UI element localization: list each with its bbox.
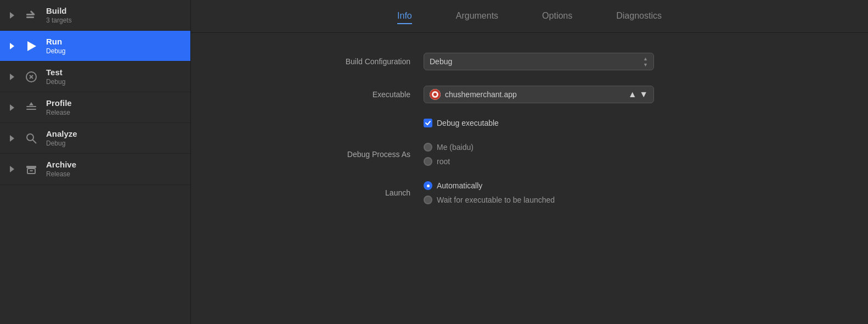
radio-auto-label: Automatically [437, 181, 482, 190]
sidebar-item-test[interactable]: Test Debug [0, 62, 190, 92]
build-name: Build [46, 5, 72, 16]
analyze-icon [23, 130, 40, 147]
svg-marker-8 [10, 104, 14, 111]
launch-row: Launch Automatically Wait for executable… [290, 181, 835, 204]
launch-option-auto[interactable]: Automatically [424, 181, 555, 190]
launch-option-wait[interactable]: Wait for executable to be launched [424, 195, 555, 204]
build-config-row: Build Configuration Debug ▲ ▼ [290, 53, 835, 70]
archive-sub: Release [46, 170, 76, 179]
debug-process-row: Debug Process As Me (baidu) root [290, 143, 835, 166]
debug-exec-checkbox-row: Debug executable [424, 119, 499, 127]
analyze-sub: Debug [46, 139, 77, 148]
tab-arguments[interactable]: Arguments [456, 9, 498, 24]
run-arrow-icon [8, 42, 16, 51]
svg-marker-15 [10, 166, 14, 172]
debug-process-option-me[interactable]: Me (baidu) [424, 143, 474, 152]
svg-line-14 [33, 139, 37, 143]
build-sub: 3 targets [46, 16, 72, 25]
build-config-dropdown[interactable]: Debug ▲ ▼ [424, 53, 654, 70]
radio-me-icon[interactable] [424, 143, 432, 152]
svg-rect-2 [26, 16, 34, 18]
svg-rect-18 [30, 170, 33, 171]
test-arrow-icon [8, 72, 16, 81]
launch-label: Launch [290, 188, 410, 197]
analyze-name: Analyze [46, 129, 77, 139]
profile-text-group: Profile Release [46, 98, 72, 117]
radio-auto-icon[interactable] [424, 181, 432, 190]
svg-marker-4 [10, 43, 14, 49]
build-config-value: Debug [430, 57, 452, 66]
executable-name: chushemerchant.app [445, 90, 624, 99]
tabs-bar: Info Arguments Options Diagnostics [191, 0, 868, 33]
build-text-group: Build 3 targets [46, 5, 72, 25]
svg-marker-0 [10, 12, 14, 19]
profile-sub: Release [46, 109, 72, 118]
profile-name: Profile [46, 98, 72, 109]
archive-icon [23, 161, 40, 177]
radio-root-label: root [437, 157, 450, 166]
tab-diagnostics[interactable]: Diagnostics [616, 9, 662, 24]
debug-exec-checkbox[interactable] [424, 119, 432, 127]
radio-wait-label: Wait for executable to be launched [437, 195, 555, 204]
radio-wait-icon[interactable] [424, 195, 432, 204]
archive-arrow-icon [8, 165, 16, 174]
dropdown-arrows-icon: ▲ ▼ [643, 56, 648, 68]
content-area: Build Configuration Debug ▲ ▼ Executable [191, 33, 868, 324]
launch-radio-group: Automatically Wait for executable to be … [424, 181, 555, 204]
archive-name: Archive [46, 159, 76, 170]
build-config-label: Build Configuration [290, 57, 410, 66]
svg-marker-11 [29, 102, 33, 105]
tab-info[interactable]: Info [397, 9, 412, 24]
tab-options[interactable]: Options [542, 9, 572, 24]
sidebar-item-build[interactable]: Build 3 targets [0, 0, 190, 31]
build-arrow-icon [8, 11, 16, 20]
svg-rect-16 [26, 166, 36, 168]
svg-marker-5 [27, 41, 36, 51]
svg-point-21 [433, 93, 437, 96]
run-icon [23, 38, 40, 54]
sidebar-item-run[interactable]: Run Debug [0, 31, 190, 62]
svg-rect-10 [26, 109, 36, 110]
archive-text-group: Archive Release [46, 159, 76, 178]
debug-process-radio-group: Me (baidu) root [424, 143, 474, 166]
run-name: Run [46, 36, 65, 47]
test-text-group: Test Debug [46, 67, 65, 86]
sidebar-item-archive[interactable]: Archive Release [0, 154, 190, 185]
debug-exec-row: Debug executable [290, 119, 835, 127]
run-sub: Debug [46, 47, 65, 56]
build-icon [23, 7, 40, 24]
executable-row: Executable chushemerchant.app ▲ ▼ [290, 86, 835, 103]
debug-process-option-root[interactable]: root [424, 157, 474, 166]
debug-exec-label: Debug executable [437, 119, 499, 127]
exec-dropdown-arrows-icon: ▲ ▼ [628, 90, 648, 99]
executable-label: Executable [290, 90, 410, 99]
analyze-text-group: Analyze Debug [46, 129, 77, 148]
svg-point-13 [27, 134, 33, 141]
app-icon [430, 89, 441, 100]
main-panel: Info Arguments Options Diagnostics Build… [191, 0, 868, 324]
executable-dropdown[interactable]: chushemerchant.app ▲ ▼ [424, 86, 654, 103]
svg-marker-6 [10, 74, 14, 80]
test-name: Test [46, 67, 65, 78]
sidebar-item-profile[interactable]: Profile Release [0, 92, 190, 123]
debug-process-label: Debug Process As [290, 150, 410, 159]
radio-me-label: Me (baidu) [437, 143, 474, 152]
sidebar-item-analyze[interactable]: Analyze Debug [0, 123, 190, 154]
app-container: Build 3 targets Run Debug [0, 0, 868, 324]
analyze-arrow-icon [8, 134, 16, 143]
sidebar: Build 3 targets Run Debug [0, 0, 191, 324]
run-text-group: Run Debug [46, 36, 65, 55]
test-icon [23, 69, 40, 85]
profile-icon [23, 99, 40, 116]
svg-rect-9 [26, 106, 36, 107]
test-sub: Debug [46, 78, 65, 87]
profile-arrow-icon [8, 103, 16, 112]
radio-root-icon[interactable] [424, 157, 432, 166]
svg-marker-12 [10, 135, 14, 142]
